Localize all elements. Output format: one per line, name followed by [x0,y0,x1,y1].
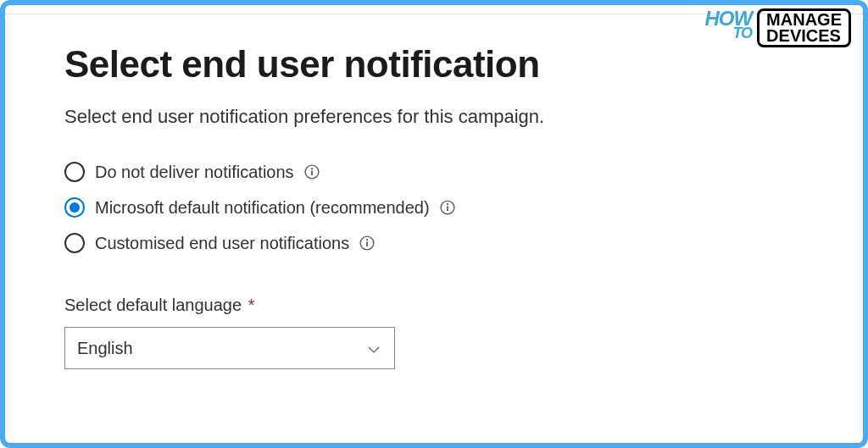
radio-label: Customised end user notifications [95,234,349,253]
radio-button-icon [64,162,85,182]
radio-label: Microsoft default notification (recommen… [95,198,430,218]
svg-point-4 [447,203,448,205]
page-title: Select end user notification [64,43,804,86]
radio-do-not-deliver[interactable]: Do not deliver notifications [64,162,804,182]
language-label: Select default language * [64,296,804,315]
notification-radio-group: Do not deliver notifications Microsoft d… [64,162,804,253]
radio-button-icon [64,233,85,253]
info-icon[interactable] [304,164,320,180]
chevron-down-icon [367,341,381,355]
language-label-text: Select default language [64,296,242,314]
brand-box: MANAGE DEVICES [757,8,851,47]
svg-rect-8 [366,241,368,246]
radio-button-icon [64,197,85,218]
brand-to-text: TO [732,27,752,40]
brand-line2: DEVICES [766,28,842,44]
language-select[interactable]: English [64,327,395,369]
svg-rect-2 [311,170,313,175]
brand-logo: HOW TO MANAGE DEVICES [704,8,851,47]
radio-microsoft-default[interactable]: Microsoft default notification (recommen… [64,197,804,218]
svg-point-1 [310,168,312,169]
brand-howto: HOW TO [704,10,752,41]
svg-rect-5 [447,206,448,211]
svg-point-7 [366,239,368,241]
page-description: Select end user notification preferences… [64,106,804,128]
radio-customised[interactable]: Customised end user notifications [64,233,804,253]
radio-dot-icon [70,202,80,213]
radio-label: Do not deliver notifications [95,163,294,182]
info-icon[interactable] [359,235,375,251]
required-marker: * [248,296,255,314]
language-selected-value: English [77,339,133,358]
info-icon[interactable] [440,200,455,215]
